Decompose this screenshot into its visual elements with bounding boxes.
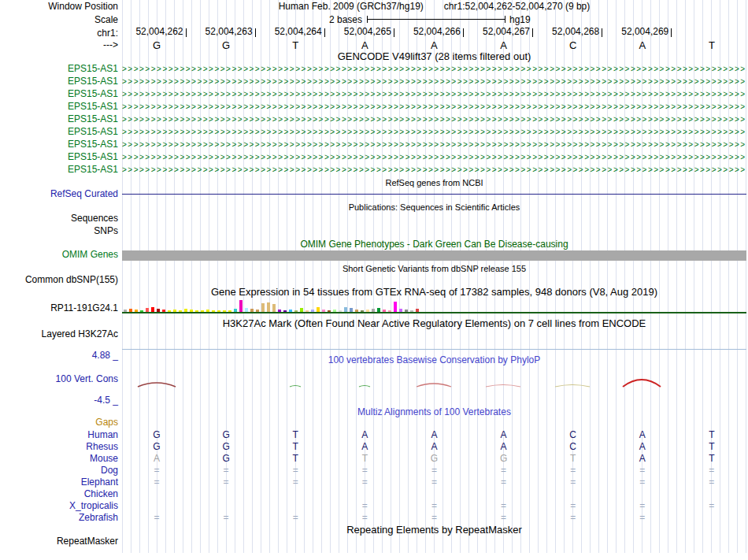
alignment-base: G xyxy=(500,453,507,465)
gene-label[interactable]: EPS15-AS1 xyxy=(0,151,118,163)
conservation-peak xyxy=(623,380,661,387)
track-title-gtex[interactable]: Gene Expression in 54 tissues from GTEx … xyxy=(122,287,746,298)
ruler-tick xyxy=(324,28,325,37)
alignment-base: = xyxy=(570,465,576,477)
alignment-base: = xyxy=(362,477,368,488)
transcript-item[interactable]: >>>>>>>>>>>>>>>>>>>>>>>>>>>>>>>>>>>>>>>>… xyxy=(122,139,746,151)
alignment-base: T xyxy=(362,453,368,465)
track-label-omim-genes[interactable]: OMIM Genes xyxy=(0,249,118,261)
ruler-tick xyxy=(602,28,602,37)
track-label-sequences[interactable]: Sequences xyxy=(0,213,118,224)
track-title-publications[interactable]: Publications: Sequences in Scientific Ar… xyxy=(122,202,746,213)
alignment-base: = xyxy=(709,477,714,488)
ruler-position-label[interactable]: 52,004,268 xyxy=(541,27,599,37)
alignment-base: = xyxy=(293,512,298,524)
conservation-peak xyxy=(359,386,370,388)
ruler-tick xyxy=(463,28,464,37)
transcript-item[interactable]: >>>>>>>>>>>>>>>>>>>>>>>>>>>>>>>>>>>>>>>>… xyxy=(122,126,746,139)
track-label-layered-h3k27ac[interactable]: Layered H3K27Ac xyxy=(0,328,118,340)
reference-base: C xyxy=(569,39,576,51)
gtex-expression-bar xyxy=(267,302,270,312)
track-label-repeatmasker[interactable]: RepeatMasker xyxy=(0,536,118,547)
alignment-base: G xyxy=(222,441,229,453)
ruler-position-label[interactable]: 52,004,265 xyxy=(333,27,391,37)
species-label[interactable]: Elephant xyxy=(0,477,118,488)
track-title-repeatmasker[interactable]: Repeating Elements by RepeatMasker xyxy=(122,525,746,536)
track-title-h3k27ac[interactable]: H3K27Ac Mark (Often Found Near Active Re… xyxy=(122,318,746,329)
alignment-base: = xyxy=(639,512,645,524)
track-title-gencode[interactable]: GENCODE V49lift37 (28 items filtered out… xyxy=(122,51,746,62)
ruler-tick xyxy=(255,28,256,37)
ruler-tick xyxy=(394,28,394,37)
transcript-item[interactable]: >>>>>>>>>>>>>>>>>>>>>>>>>>>>>>>>>>>>>>>>… xyxy=(122,63,746,76)
alignment-base: A xyxy=(431,429,437,441)
alignment-base: = xyxy=(154,465,159,477)
alignment-base: = xyxy=(570,500,576,512)
label-chrom: chr1: xyxy=(0,28,118,39)
transcript-item[interactable]: >>>>>>>>>>>>>>>>>>>>>>>>>>>>>>>>>>>>>>>>… xyxy=(122,101,746,113)
alignment-base: = xyxy=(154,477,159,488)
track-label-common-dbsnp[interactable]: Common dbSNP(155) xyxy=(0,274,118,286)
conservation-min-value: -4.5 _ xyxy=(0,395,118,406)
gtex-expression-bars xyxy=(122,299,746,312)
omim-gene-bar[interactable] xyxy=(122,250,746,261)
ruler-position-label[interactable]: 52,004,263 xyxy=(194,27,253,37)
alignment-base: T xyxy=(709,453,714,465)
ruler-position-label[interactable]: 52,004,267 xyxy=(472,27,530,37)
gene-label[interactable]: EPS15-AS1 xyxy=(0,88,118,100)
alignment-base: = xyxy=(639,500,645,512)
strand-direction-label: ---> xyxy=(0,39,118,51)
ruler-position-label[interactable]: 52,004,269 xyxy=(610,27,668,37)
track-label-snps[interactable]: SNPs xyxy=(0,225,118,237)
species-label[interactable]: Human xyxy=(0,429,118,441)
alignment-base: = xyxy=(224,465,229,477)
track-title-dbsnp[interactable]: Short Genetic Variants from dbSNP releas… xyxy=(122,263,746,274)
conservation-peak xyxy=(138,383,176,387)
gene-label[interactable]: EPS15-AS1 xyxy=(0,164,118,176)
species-label[interactable]: Zebrafish xyxy=(0,512,118,524)
reference-base: G xyxy=(153,39,161,51)
species-label[interactable]: Chicken xyxy=(0,488,118,500)
alignment-base: = xyxy=(362,465,368,477)
species-label[interactable]: X_tropicalis xyxy=(0,500,118,512)
gene-label[interactable]: EPS15-AS1 xyxy=(0,126,118,138)
gene-label[interactable]: EPS15-AS1 xyxy=(0,113,118,125)
alignment-base: G xyxy=(153,441,160,453)
gene-label[interactable]: EPS15-AS1 xyxy=(0,101,118,113)
transcript-item[interactable]: >>>>>>>>>>>>>>>>>>>>>>>>>>>>>>>>>>>>>>>>… xyxy=(122,164,746,176)
track-label-100-vert-cons[interactable]: 100 Vert. Cons xyxy=(0,373,118,385)
gtex-expression-bar xyxy=(261,303,265,312)
track-title-refseq[interactable]: RefSeq genes from NCBI xyxy=(122,177,746,188)
gene-label[interactable]: EPS15-AS1 xyxy=(0,139,118,150)
ruler-position-label[interactable]: 52,004,264 xyxy=(264,27,322,37)
alignment-base: = xyxy=(293,477,298,488)
reference-base: A xyxy=(361,39,368,51)
refseq-gene-line xyxy=(122,194,746,195)
gene-label[interactable]: EPS15-AS1 xyxy=(0,76,118,87)
gene-label[interactable]: EPS15-AS1 xyxy=(0,63,118,75)
alignment-base: = xyxy=(431,465,437,477)
browser-image-area[interactable]: Human Feb. 2009 (GRCh37/hg19) chr1:52,00… xyxy=(122,0,746,560)
alignment-base: = xyxy=(431,477,437,488)
track-label-gtex-gene[interactable]: RP11-191G24.1 xyxy=(0,302,118,314)
ruler-position-label[interactable]: 52,004,266 xyxy=(402,27,461,37)
transcript-item[interactable]: >>>>>>>>>>>>>>>>>>>>>>>>>>>>>>>>>>>>>>>>… xyxy=(122,151,746,164)
transcript-item[interactable]: >>>>>>>>>>>>>>>>>>>>>>>>>>>>>>>>>>>>>>>>… xyxy=(122,88,746,101)
reference-base: A xyxy=(500,39,507,51)
species-label[interactable]: Mouse xyxy=(0,453,118,465)
species-label[interactable]: Rhesus xyxy=(0,441,118,453)
alignment-base: A xyxy=(154,453,160,465)
transcript-item[interactable]: >>>>>>>>>>>>>>>>>>>>>>>>>>>>>>>>>>>>>>>>… xyxy=(122,113,746,126)
transcript-item[interactable]: >>>>>>>>>>>>>>>>>>>>>>>>>>>>>>>>>>>>>>>>… xyxy=(122,76,746,88)
track-title-phylop[interactable]: 100 vertebrates Basewise Conservation by… xyxy=(122,354,746,365)
ruler-position-label[interactable]: 52,004,262 xyxy=(125,27,183,37)
track-label-gaps[interactable]: Gaps xyxy=(0,417,118,428)
h3k27ac-baseline xyxy=(122,349,746,350)
alignment-base: A xyxy=(501,429,507,441)
alignment-base: A xyxy=(639,441,646,453)
track-title-omim[interactable]: OMIM Gene Phenotypes - Dark Green Can Be… xyxy=(122,239,746,250)
species-label[interactable]: Dog xyxy=(0,465,118,477)
alignment-base: A xyxy=(639,429,646,441)
track-label-refseq-curated[interactable]: RefSeq Curated xyxy=(0,188,118,200)
track-title-multiz[interactable]: Multiz Alignments of 100 Vertebrates xyxy=(122,406,746,417)
